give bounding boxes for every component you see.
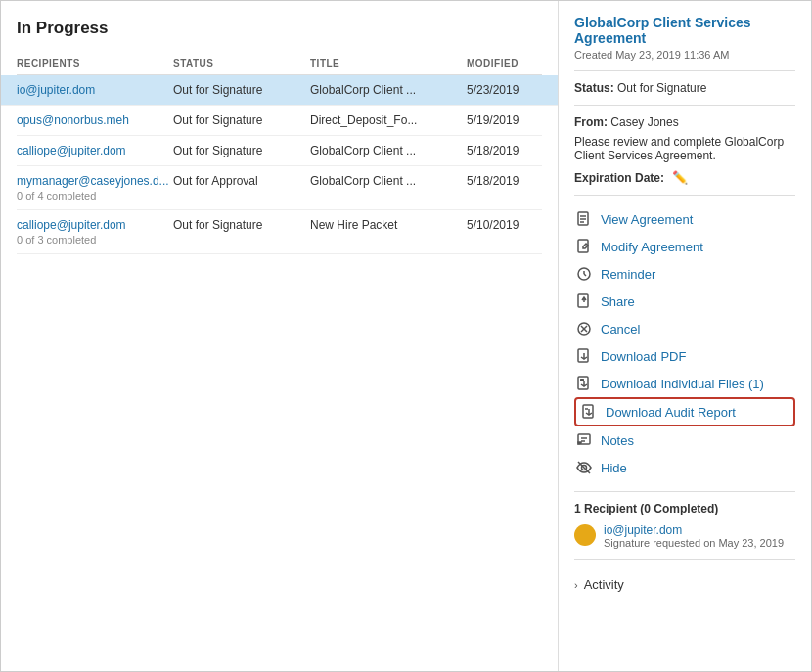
action-reminder[interactable]: Reminder xyxy=(574,260,795,288)
cell-recipient: opus@nonorbus.meh xyxy=(17,113,173,127)
cell-title: New Hire Packet xyxy=(310,218,467,232)
divider-3 xyxy=(574,195,795,196)
detail-created: Created May 23, 2019 11:36 AM xyxy=(574,49,795,61)
detail-title: GlobalCorp Client Services Agreement xyxy=(574,15,795,46)
expiration-label: Expiration Date: xyxy=(574,171,664,185)
status-label: Status: xyxy=(574,81,614,95)
table-row[interactable]: io@jupiter.domOut for SignatureGlobalCor… xyxy=(1,75,558,106)
divider-1 xyxy=(574,70,795,71)
cell-status: Out for Approval xyxy=(173,174,310,188)
chevron-right-icon: › xyxy=(574,579,578,591)
cell-modified: 5/18/2019 xyxy=(467,174,559,188)
hide-icon xyxy=(576,460,592,475)
download-audit-report-label: Download Audit Report xyxy=(606,405,736,420)
notes-label: Notes xyxy=(601,433,634,448)
share-label: Share xyxy=(601,294,635,309)
recipient-row: io@jupiter.domSignature requested on May… xyxy=(574,523,795,549)
col-header-status: STATUS xyxy=(173,58,310,68)
recipients-title: 1 Recipient (0 Completed) xyxy=(574,502,795,515)
col-header-recipients: RECIPIENTS xyxy=(17,58,173,68)
cancel-label: Cancel xyxy=(601,322,640,336)
action-view-agreement[interactable]: View Agreement xyxy=(574,205,795,233)
cell-modified: 5/23/2019 xyxy=(467,83,559,97)
download-pdf-icon xyxy=(576,348,592,364)
cell-title: Direct_Deposit_Fo... xyxy=(310,113,467,127)
table-row[interactable]: calliope@jupiter.dom0 of 3 completedOut … xyxy=(17,210,542,254)
right-panel: GlobalCorp Client Services Agreement Cre… xyxy=(559,1,811,671)
detail-from: From: Casey Jones xyxy=(574,115,795,129)
svg-rect-14 xyxy=(580,379,584,381)
modify-agreement-label: Modify Agreement xyxy=(601,240,703,254)
table-body: io@jupiter.domOut for SignatureGlobalCor… xyxy=(17,75,542,254)
divider-4 xyxy=(574,491,795,492)
expiration-edit-icon[interactable]: ✏️ xyxy=(672,170,688,185)
cell-status: Out for Signature xyxy=(173,218,310,232)
cell-sublabel: 0 of 4 completed xyxy=(17,190,173,202)
action-list: View AgreementModify AgreementReminderSh… xyxy=(574,205,795,481)
cell-status: Out for Signature xyxy=(173,83,310,97)
hide-label: Hide xyxy=(601,461,627,475)
activity-label: Activity xyxy=(584,577,624,592)
action-cancel[interactable]: Cancel xyxy=(574,315,795,342)
col-header-title: TITLE xyxy=(310,58,467,68)
modify-agreement-icon xyxy=(576,239,592,254)
reminder-label: Reminder xyxy=(601,267,655,282)
expiration-row: Expiration Date: ✏️ xyxy=(574,170,795,185)
table-header: RECIPIENTS STATUS TITLE MODIFIED xyxy=(17,54,542,75)
svg-rect-13 xyxy=(578,377,588,389)
avatar xyxy=(574,524,596,546)
action-modify-agreement[interactable]: Modify Agreement xyxy=(574,233,795,260)
svg-rect-12 xyxy=(578,349,588,362)
action-download-individual-files[interactable]: Download Individual Files (1) xyxy=(574,370,795,397)
cell-recipient: io@jupiter.dom xyxy=(17,83,173,97)
from-value: Casey Jones xyxy=(610,115,678,129)
view-agreement-label: View Agreement xyxy=(601,212,693,227)
download-individual-files-label: Download Individual Files (1) xyxy=(601,377,764,391)
recipient-email[interactable]: io@jupiter.dom xyxy=(604,523,784,537)
col-header-modified: MODIFIED xyxy=(467,58,559,68)
cell-modified: 5/19/2019 xyxy=(467,113,559,127)
left-panel: In Progress RECIPIENTS STATUS TITLE MODI… xyxy=(1,1,559,671)
page-title: In Progress xyxy=(17,19,542,38)
reminder-icon xyxy=(576,266,592,282)
view-agreement-icon xyxy=(576,211,592,227)
cell-recipient: mymanager@caseyjones.d...0 of 4 complete… xyxy=(17,174,173,202)
action-notes[interactable]: Notes xyxy=(574,426,795,454)
action-hide[interactable]: Hide xyxy=(574,454,795,481)
table-row[interactable]: mymanager@caseyjones.d...0 of 4 complete… xyxy=(17,166,542,210)
svg-line-7 xyxy=(584,274,586,276)
recipients-section: 1 Recipient (0 Completed) io@jupiter.dom… xyxy=(574,502,795,549)
detail-message: Please review and complete GlobalCorp Cl… xyxy=(574,135,795,162)
share-icon xyxy=(576,293,592,309)
download-pdf-label: Download PDF xyxy=(601,349,686,364)
download-individual-files-icon xyxy=(576,376,592,391)
cell-status: Out for Signature xyxy=(173,144,310,157)
cell-recipient: calliope@jupiter.dom0 of 3 completed xyxy=(17,218,173,246)
action-share[interactable]: Share xyxy=(574,288,795,315)
cell-title: GlobalCorp Client ... xyxy=(310,83,467,97)
cancel-icon xyxy=(576,321,592,336)
cell-modified: 5/10/2019 xyxy=(467,218,559,232)
cell-title: GlobalCorp Client ... xyxy=(310,144,467,157)
action-download-audit-report[interactable]: Download Audit Report xyxy=(574,397,795,426)
download-audit-report-icon xyxy=(581,404,597,420)
status-value: Out for Signature xyxy=(617,81,706,95)
from-label: From: xyxy=(574,115,608,129)
table-row[interactable]: calliope@jupiter.domOut for SignatureGlo… xyxy=(17,136,542,166)
cell-recipient: calliope@jupiter.dom xyxy=(17,144,173,157)
recipients-list: io@jupiter.domSignature requested on May… xyxy=(574,523,795,549)
table-row[interactable]: opus@nonorbus.mehOut for SignatureDirect… xyxy=(17,106,542,136)
action-download-pdf[interactable]: Download PDF xyxy=(574,342,795,370)
recipient-info: io@jupiter.domSignature requested on May… xyxy=(604,523,784,549)
divider-5 xyxy=(574,559,795,560)
cell-modified: 5/18/2019 xyxy=(467,144,559,157)
notes-icon xyxy=(576,432,592,448)
activity-row[interactable]: › Activity xyxy=(574,569,795,596)
cell-sublabel: 0 of 3 completed xyxy=(17,234,173,246)
svg-rect-8 xyxy=(578,294,588,307)
detail-status: Status: Out for Signature xyxy=(574,81,795,95)
cell-status: Out for Signature xyxy=(173,113,310,127)
recipient-sub: Signature requested on May 23, 2019 xyxy=(604,537,784,549)
cell-title: GlobalCorp Client ... xyxy=(310,174,467,188)
divider-2 xyxy=(574,105,795,106)
